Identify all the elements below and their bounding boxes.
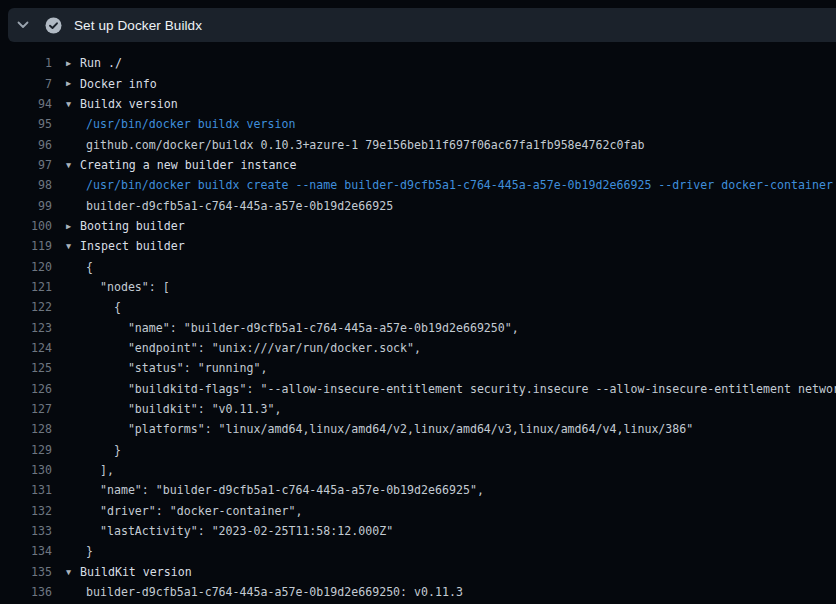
- log-line-text: "driver": "docker-container",: [86, 504, 302, 518]
- line-number[interactable]: 97: [0, 158, 52, 172]
- line-number[interactable]: 133: [0, 524, 52, 538]
- log-line: 95 /usr/bin/docker buildx version: [0, 114, 836, 134]
- line-number[interactable]: 124: [0, 341, 52, 355]
- log-line-text: "buildkit": "v0.11.3",: [86, 402, 281, 416]
- line-number[interactable]: 120: [0, 260, 52, 274]
- log-line-text: "nodes": [: [86, 280, 170, 294]
- line-number[interactable]: 100: [0, 219, 52, 233]
- log-line: 98 /usr/bin/docker buildx create --name …: [0, 175, 836, 195]
- log-line: 131 "name": "builder-d9cfb5a1-c764-445a-…: [0, 480, 836, 500]
- line-number[interactable]: 99: [0, 199, 52, 213]
- disclosure-triangle-icon: ▼: [66, 100, 80, 109]
- line-number[interactable]: 7: [0, 77, 52, 91]
- line-number[interactable]: 135: [0, 565, 52, 579]
- log-line-text: /usr/bin/docker buildx version: [86, 117, 295, 131]
- disclosure-triangle-icon: ▼: [66, 161, 80, 170]
- log-line-text: {: [86, 260, 93, 274]
- disclosure-triangle-icon: ▼: [66, 568, 80, 577]
- log-line-text: Buildx version: [80, 97, 178, 111]
- log-line-text: ],: [86, 463, 114, 477]
- log-group-collapsed[interactable]: 1 ▶ Run ./: [0, 53, 836, 73]
- line-number[interactable]: 132: [0, 504, 52, 518]
- step-title: Set up Docker Buildx: [74, 18, 202, 33]
- line-number[interactable]: 98: [0, 178, 52, 192]
- check-circle-icon: [45, 17, 62, 34]
- log-line: 125 "status": "running",: [0, 358, 836, 378]
- log-line-text: "buildkitd-flags": "--allow-insecure-ent…: [86, 382, 836, 396]
- log-group-expanded[interactable]: 119 ▼ Inspect builder: [0, 236, 836, 256]
- log-line-text: builder-d9cfb5a1-c764-445a-a57e-0b19d2e6…: [86, 585, 463, 599]
- line-number[interactable]: 1: [0, 56, 52, 70]
- line-number[interactable]: 130: [0, 463, 52, 477]
- line-number[interactable]: 128: [0, 422, 52, 436]
- log-line-text: "name": "builder-d9cfb5a1-c764-445a-a57e…: [86, 321, 519, 335]
- log-line-text: {: [86, 300, 121, 314]
- line-number[interactable]: 134: [0, 544, 52, 558]
- disclosure-triangle-icon: ▼: [66, 242, 80, 251]
- log-line: 99 builder-d9cfb5a1-c764-445a-a57e-0b19d…: [0, 195, 836, 215]
- disclosure-triangle-icon: ▶: [66, 79, 80, 88]
- log-line: 124 "endpoint": "unix:///var/run/docker.…: [0, 338, 836, 358]
- log-line-text: "lastActivity": "2023-02-25T11:58:12.000…: [86, 524, 393, 538]
- log-line: 128 "platforms": "linux/amd64,linux/amd6…: [0, 419, 836, 439]
- chevron-down-icon: [16, 18, 30, 32]
- line-number[interactable]: 129: [0, 443, 52, 457]
- log-group-expanded[interactable]: 135 ▼ BuildKit version: [0, 562, 836, 582]
- step-header[interactable]: Set up Docker Buildx: [8, 8, 836, 42]
- log-line: 122 {: [0, 297, 836, 317]
- log-line: 121 "nodes": [: [0, 277, 836, 297]
- disclosure-triangle-icon: ▶: [66, 59, 80, 68]
- line-number[interactable]: 123: [0, 321, 52, 335]
- log-line-text: Docker info: [80, 77, 157, 91]
- line-number[interactable]: 131: [0, 483, 52, 497]
- log-line: 132 "driver": "docker-container",: [0, 501, 836, 521]
- log-line-text: "name": "builder-d9cfb5a1-c764-445a-a57e…: [86, 483, 484, 497]
- log-console: 1 ▶ Run ./ 7 ▶ Docker info 94 ▼ Buildx v…: [0, 42, 836, 602]
- log-line-text: BuildKit version: [80, 565, 192, 579]
- line-number[interactable]: 95: [0, 117, 52, 131]
- line-number[interactable]: 119: [0, 239, 52, 253]
- log-line: 129 }: [0, 440, 836, 460]
- log-line: 126 "buildkitd-flags": "--allow-insecure…: [0, 379, 836, 399]
- log-line-text: builder-d9cfb5a1-c764-445a-a57e-0b19d2e6…: [86, 199, 393, 213]
- log-line-text: github.com/docker/buildx 0.10.3+azure-1 …: [86, 138, 644, 152]
- step-status-badge: [45, 17, 62, 34]
- log-line: 123 "name": "builder-d9cfb5a1-c764-445a-…: [0, 317, 836, 337]
- log-group-expanded[interactable]: 94 ▼ Buildx version: [0, 94, 836, 114]
- log-line: 130 ],: [0, 460, 836, 480]
- log-line: 120 {: [0, 256, 836, 276]
- disclosure-triangle-icon: ▶: [66, 222, 80, 231]
- log-line-text: "status": "running",: [86, 361, 267, 375]
- line-number[interactable]: 122: [0, 300, 52, 314]
- log-line: 134 }: [0, 541, 836, 561]
- line-number[interactable]: 136: [0, 585, 52, 599]
- log-line-text: Inspect builder: [80, 239, 185, 253]
- log-group-collapsed[interactable]: 7 ▶ Docker info: [0, 73, 836, 93]
- collapse-step-button[interactable]: [8, 8, 38, 42]
- log-line-text: Creating a new builder instance: [80, 158, 296, 172]
- log-group-collapsed[interactable]: 100 ▶ Booting builder: [0, 216, 836, 236]
- line-number[interactable]: 125: [0, 361, 52, 375]
- log-line-text: "platforms": "linux/amd64,linux/amd64/v2…: [86, 422, 693, 436]
- log-line-text: }: [86, 443, 121, 457]
- line-number[interactable]: 96: [0, 138, 52, 152]
- log-line-text: "endpoint": "unix:///var/run/docker.sock…: [86, 341, 421, 355]
- log-line-text: Booting builder: [80, 219, 185, 233]
- log-line-text: Run ./: [80, 56, 122, 70]
- log-line: 127 "buildkit": "v0.11.3",: [0, 399, 836, 419]
- log-line-text: }: [86, 544, 93, 558]
- line-number[interactable]: 127: [0, 402, 52, 416]
- log-line-text: /usr/bin/docker buildx create --name bui…: [86, 178, 833, 192]
- log-line: 136 builder-d9cfb5a1-c764-445a-a57e-0b19…: [0, 582, 836, 602]
- log-line: 96 github.com/docker/buildx 0.10.3+azure…: [0, 134, 836, 154]
- log-group-expanded[interactable]: 97 ▼ Creating a new builder instance: [0, 155, 836, 175]
- line-number[interactable]: 121: [0, 280, 52, 294]
- line-number[interactable]: 94: [0, 97, 52, 111]
- line-number[interactable]: 126: [0, 382, 52, 396]
- log-line: 133 "lastActivity": "2023-02-25T11:58:12…: [0, 521, 836, 541]
